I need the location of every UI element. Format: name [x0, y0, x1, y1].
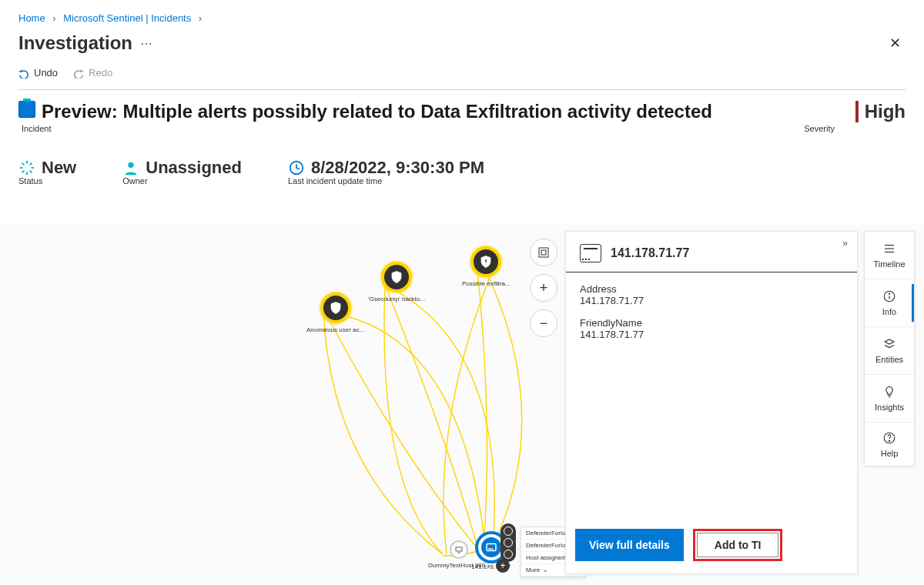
field-name: FriendlyName: [580, 317, 843, 329]
help-icon: [882, 431, 896, 445]
chevron-right-icon: ›: [199, 12, 202, 24]
svg-rect-10: [539, 248, 548, 257]
undo-label: Undo: [34, 67, 58, 79]
tab-label: Entities: [875, 355, 903, 364]
svg-point-8: [490, 549, 491, 550]
severity-sublabel: Severity: [804, 124, 906, 133]
incident-meta: New Status Unassigned Owner 8/28/2022, 9…: [0, 136, 924, 196]
svg-point-9: [491, 549, 493, 550]
updated-sublabel: Last incident update time: [288, 176, 484, 186]
tab-label: Timeline: [873, 259, 905, 269]
tab-insights[interactable]: Insights: [865, 375, 914, 423]
detail-field: Address 141.178.71.77: [580, 283, 843, 306]
divider: [18, 89, 906, 90]
field-value: 141.178.71.77: [580, 295, 843, 306]
briefcase-icon: [18, 101, 35, 118]
tab-entities[interactable]: Entities: [865, 327, 914, 375]
graph-node-exfil[interactable]: Possible exfiltra...: [462, 246, 511, 287]
redo-label: Redo: [89, 67, 112, 79]
fit-to-screen-button[interactable]: [530, 239, 557, 266]
view-full-details-button[interactable]: View full details: [575, 529, 684, 561]
page-title-row: Investigation ⋯ ✕: [0, 28, 924, 62]
status-value: New: [42, 158, 76, 178]
svg-rect-11: [541, 250, 546, 255]
graph-controls: + −: [530, 239, 557, 337]
node-label: Possible exfiltra...: [462, 280, 511, 287]
detail-title: 141.178.71.77: [611, 246, 689, 260]
undo-button[interactable]: Undo: [18, 67, 58, 79]
entity-detail-pane: » 141.178.71.77 Address 141.178.71.77 Fr…: [565, 231, 858, 574]
detail-footer: View full details Add to TI: [566, 521, 857, 573]
svg-point-19: [889, 440, 889, 441]
detail-header: 141.178.71.77: [566, 232, 857, 272]
entities-icon: [882, 337, 896, 351]
svg-point-0: [129, 162, 134, 168]
svg-point-17: [889, 293, 889, 294]
severity-value: High: [865, 101, 906, 122]
field-value: 141.178.71.77: [580, 329, 843, 340]
more-actions-icon[interactable]: ⋯: [140, 36, 152, 51]
undo-icon: [18, 68, 29, 79]
close-icon[interactable]: ✕: [885, 30, 906, 56]
breadcrumb-home[interactable]: Home: [18, 12, 45, 24]
owner-sublabel: Owner: [122, 176, 242, 186]
collapse-chevron-icon[interactable]: »: [842, 238, 848, 249]
tab-help[interactable]: Help: [865, 423, 914, 466]
fit-icon: [538, 247, 549, 258]
shield-icon: [390, 270, 403, 284]
status-new-icon: [18, 159, 35, 176]
updated-block: 8/28/2022, 9:30:30 PM Last incident upda…: [288, 158, 484, 186]
field-name: Address: [580, 283, 843, 295]
tab-info[interactable]: Info: [865, 279, 914, 327]
host-icon: [454, 545, 464, 554]
severity-indicator: [855, 101, 859, 122]
zoom-in-button[interactable]: +: [530, 274, 557, 302]
tab-label: Info: [882, 307, 896, 316]
shield-icon: [329, 301, 343, 315]
zoom-out-button[interactable]: −: [530, 309, 557, 337]
toolbar: Undo Redo: [0, 62, 924, 89]
chevron-right-icon: ›: [52, 12, 55, 24]
tab-timeline[interactable]: Timeline: [865, 232, 914, 279]
ip-icon: [484, 540, 498, 554]
svg-point-7: [488, 549, 490, 550]
side-tabs: Timeline Info Entities Insights Help: [864, 231, 915, 466]
graph-node-gsecdump[interactable]: 'Gsecdump' hackto...: [368, 262, 425, 303]
status-sublabel: Status: [18, 176, 76, 186]
add-to-ti-button[interactable]: Add to TI: [697, 533, 779, 557]
svg-point-3: [486, 263, 487, 265]
node-label: Anomalous user ac...: [306, 326, 364, 333]
updated-value: 8/28/2022, 9:30:30 PM: [311, 158, 484, 178]
breadcrumb-sentinel[interactable]: Microsoft Sentinel | Incidents: [63, 12, 191, 24]
breadcrumb: Home › Microsoft Sentinel | Incidents ›: [0, 0, 924, 28]
clock-icon: [288, 159, 305, 176]
add-node-icon[interactable]: +: [496, 559, 510, 573]
svg-rect-4: [456, 547, 462, 551]
add-to-ti-highlight: Add to TI: [693, 529, 783, 561]
person-icon: [122, 159, 139, 176]
tab-label: Help: [881, 449, 899, 458]
detail-field: FriendlyName 141.178.71.77: [580, 317, 843, 340]
status-block: New Status: [18, 158, 76, 186]
node-context-menu[interactable]: [500, 523, 516, 562]
lightbulb-icon: [882, 385, 896, 399]
incident-header: Preview: Multiple alerts possibly relate…: [0, 101, 924, 127]
incident-sublabel: Incident: [18, 124, 52, 133]
svg-rect-6: [487, 544, 496, 551]
tab-label: Insights: [875, 403, 904, 412]
owner-value: Unassigned: [146, 158, 242, 178]
ip-entity-icon: [580, 244, 601, 262]
shield-alert-icon: [479, 255, 493, 269]
graph-node-anomalous[interactable]: Anomalous user ac...: [306, 292, 364, 333]
redo-icon: [73, 68, 84, 79]
owner-block: Unassigned Owner: [122, 158, 242, 186]
detail-body: Address 141.178.71.77 FriendlyName 141.1…: [566, 272, 857, 521]
page-title: Investigation: [18, 32, 132, 54]
redo-button: Redo: [73, 67, 112, 79]
timeline-icon: [882, 242, 896, 256]
severity-block: High: [855, 101, 906, 122]
incident-title: Preview: Multiple alerts possibly relate…: [42, 101, 712, 122]
node-label: 'Gsecdump' hackto...: [368, 296, 425, 303]
info-icon: [882, 289, 896, 303]
chevron-down-icon: ⌄: [543, 567, 548, 573]
